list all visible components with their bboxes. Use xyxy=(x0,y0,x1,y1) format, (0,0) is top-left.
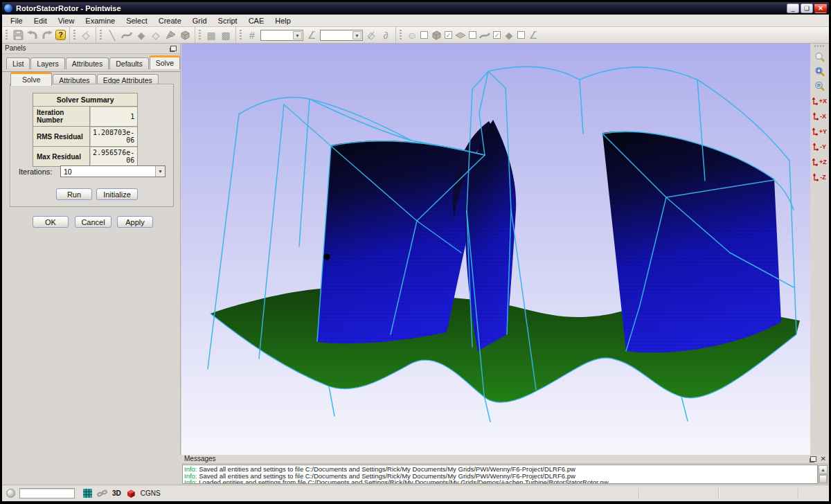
messages-log[interactable]: Info: Saved all entities and settings to… xyxy=(182,465,818,484)
float-panel-icon[interactable] xyxy=(810,456,816,462)
row-value: 1 xyxy=(90,107,138,127)
dimension-icon[interactable]: # xyxy=(246,29,258,41)
redo-icon[interactable] xyxy=(41,29,53,41)
menu-file[interactable]: File xyxy=(5,15,28,26)
layer-add-icon[interactable]: ◇̇ xyxy=(80,29,92,41)
tab-layers[interactable]: Layers xyxy=(30,57,65,69)
main-area: Panels List Layers Attributes Defaults S… xyxy=(2,44,829,455)
ok-button[interactable]: OK xyxy=(33,216,69,228)
chevron-down-icon[interactable]: ▼ xyxy=(293,31,302,39)
window-title: RotorStatorRotor - Pointwise xyxy=(16,4,787,12)
messages-title: Messages xyxy=(184,455,216,462)
show-spacings-checkbox[interactable] xyxy=(517,31,525,39)
panels-header: Panels xyxy=(2,44,180,54)
view-plus-z-button[interactable]: +Z xyxy=(812,154,828,170)
spacing-icon[interactable]: ∠̈ xyxy=(305,29,318,41)
block-icon[interactable] xyxy=(179,29,191,41)
dimension-combobox[interactable]: ▼ xyxy=(260,30,303,41)
connector-display-icon[interactable] xyxy=(479,29,491,41)
solve-icon[interactable]: ◇̸ xyxy=(365,29,377,41)
domain-icon[interactable]: ◆ xyxy=(135,29,148,41)
toolbar-drag-handle[interactable] xyxy=(100,30,102,41)
row-label: RMS Residual xyxy=(33,127,90,147)
solver-summary-title: Solver Summary xyxy=(33,93,138,107)
extrude-icon[interactable] xyxy=(164,29,177,41)
zoom-extents-icon[interactable] xyxy=(812,79,828,93)
messages-scrollbar[interactable]: ▲ ▼ xyxy=(818,465,828,484)
tab-defaults[interactable]: Defaults xyxy=(109,57,149,69)
show-domains-checkbox[interactable]: ✓ xyxy=(445,31,452,39)
title-bar[interactable]: RotorStatorRotor - Pointwise _ ❏ ✕ xyxy=(2,2,829,15)
view-plus-y-button[interactable]: +Y xyxy=(812,124,828,139)
unstructured-grid-icon[interactable]: ▩ xyxy=(220,29,232,41)
chevron-down-icon[interactable]: ▼ xyxy=(352,31,361,39)
mask-icon[interactable]: ☺ xyxy=(406,29,418,41)
log-line: Info: Loaded entities and settings from … xyxy=(184,479,816,484)
partial-derivative-icon[interactable]: ∂ xyxy=(379,29,392,41)
menu-edit[interactable]: Edit xyxy=(28,15,53,26)
spacing-combobox[interactable]: ▼ xyxy=(320,30,363,41)
view-minus-z-button[interactable]: -Z xyxy=(812,170,828,185)
unstructured-domain-icon[interactable]: ◇ xyxy=(150,29,162,41)
view-minus-y-button[interactable]: -Y xyxy=(812,139,828,154)
panels-panel: Panels List Layers Attributes Defaults S… xyxy=(2,44,181,455)
view-plus-x-button[interactable]: +X xyxy=(812,93,828,109)
cancel-button[interactable]: Cancel xyxy=(75,216,111,228)
menu-create[interactable]: Create xyxy=(153,15,187,26)
restore-button[interactable]: ❏ xyxy=(801,3,813,13)
menu-view[interactable]: View xyxy=(53,15,80,26)
menu-select[interactable]: Select xyxy=(120,15,153,26)
menu-cae[interactable]: CAE xyxy=(243,15,270,26)
close-icon[interactable]: ✕ xyxy=(821,456,826,462)
menu-examine[interactable]: Examine xyxy=(80,15,120,26)
float-panel-icon[interactable] xyxy=(170,46,177,51)
show-blocks-checkbox[interactable] xyxy=(420,31,428,39)
solver-summary-table: Solver Summary Iteration Number 1 RMS Re… xyxy=(33,93,138,167)
menu-grid[interactable]: Grid xyxy=(187,15,213,26)
zoom-icon[interactable] xyxy=(812,50,828,64)
two-point-connector-icon[interactable]: ╲ xyxy=(106,29,118,41)
domain-display-icon[interactable] xyxy=(454,29,467,41)
scrollbar-thumb[interactable] xyxy=(819,475,827,483)
status-indicator xyxy=(6,489,15,498)
undo-icon[interactable] xyxy=(26,29,39,41)
view-minus-x-button[interactable]: -X xyxy=(812,109,828,124)
spinner-arrow-icon[interactable]: ▼ xyxy=(155,166,165,177)
menu-script[interactable]: Script xyxy=(213,15,243,26)
status-bar: 3D CGNS xyxy=(2,485,829,501)
minimize-button[interactable]: _ xyxy=(787,3,799,13)
initialize-button[interactable]: Initialize xyxy=(96,188,138,200)
scroll-up-icon[interactable]: ▲ xyxy=(819,465,828,474)
messages-header: Messages ✕ xyxy=(181,455,829,464)
close-button[interactable]: ✕ xyxy=(814,3,827,13)
help-icon[interactable] xyxy=(55,30,66,40)
database-display-icon[interactable]: ◆ xyxy=(503,29,515,41)
toolbar-drag-handle[interactable] xyxy=(400,30,402,41)
menu-help[interactable]: Help xyxy=(269,15,296,26)
viewport-3d-scene[interactable] xyxy=(181,44,810,455)
iterations-input[interactable]: 10 ▼ xyxy=(60,165,166,177)
zoom-box-icon[interactable] xyxy=(812,64,828,79)
subtab-solve[interactable]: Solve xyxy=(10,72,52,86)
toolbar-drag-handle[interactable] xyxy=(6,30,8,41)
toolbar-drag-handle[interactable] xyxy=(73,30,75,41)
apply-button[interactable]: Apply xyxy=(117,216,153,228)
row-label: Iteration Number xyxy=(33,107,90,127)
toolbar-drag-handle[interactable] xyxy=(814,45,825,47)
toolbar-drag-handle[interactable] xyxy=(240,30,242,41)
panel-tab-row: List Layers Attributes Defaults Solve xyxy=(6,55,181,69)
structured-grid-icon[interactable]: ▦ xyxy=(205,29,217,41)
show-connectors-checkbox[interactable] xyxy=(469,31,476,39)
main-toolbar: ◇̇ ╲ ◆ ◇ ▦ ▩ xyxy=(2,27,829,44)
status-readout-box xyxy=(19,488,75,498)
save-icon[interactable] xyxy=(12,29,24,41)
curve-connector-icon[interactable] xyxy=(120,29,133,41)
toolbar-drag-handle[interactable] xyxy=(199,30,201,41)
show-database-checkbox[interactable]: ✓ xyxy=(493,31,501,39)
tab-solve[interactable]: Solve xyxy=(150,55,180,69)
block-display-icon[interactable] xyxy=(430,29,443,41)
run-button[interactable]: Run xyxy=(56,188,92,200)
tab-list[interactable]: List xyxy=(6,57,30,69)
spacing-display-icon[interactable]: ∠̈ xyxy=(527,29,539,41)
tab-attributes[interactable]: Attributes xyxy=(66,57,109,69)
